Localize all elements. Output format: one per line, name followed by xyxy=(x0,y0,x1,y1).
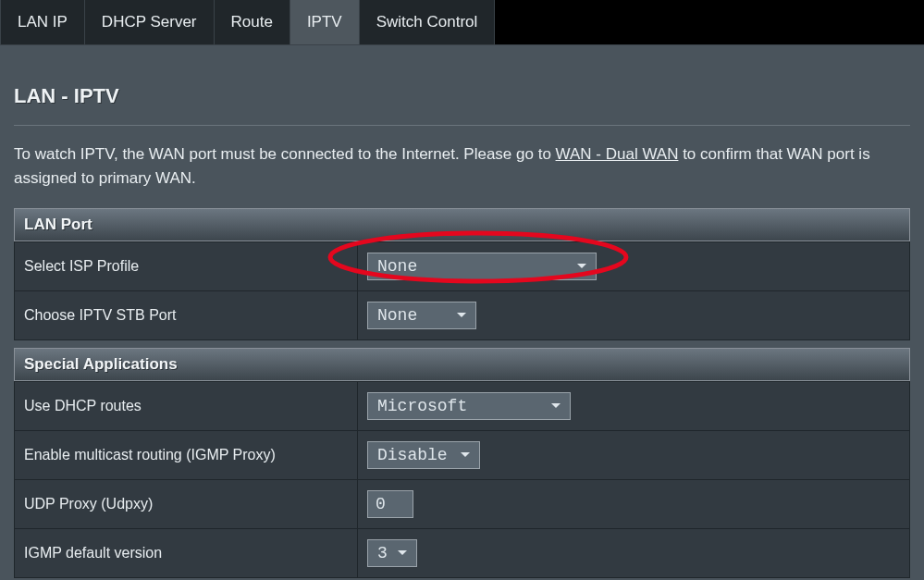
udpxy-input[interactable]: 0 xyxy=(367,490,413,518)
lan-port-table: Select ISP Profile None Choose IPTV STB … xyxy=(14,241,910,340)
isp-profile-label: Select ISP Profile xyxy=(15,241,358,290)
group-header-special-apps: Special Applications xyxy=(14,348,910,381)
stb-port-label: Choose IPTV STB Port xyxy=(15,290,358,339)
row-stb-port: Choose IPTV STB Port None xyxy=(15,290,910,339)
row-udpxy: UDP Proxy (Udpxy) 0 xyxy=(15,479,910,528)
tab-route[interactable]: Route xyxy=(215,0,290,44)
stb-port-select[interactable]: None xyxy=(367,302,476,329)
udpxy-label: UDP Proxy (Udpxy) xyxy=(15,479,358,528)
stb-port-value: None xyxy=(377,306,417,325)
tab-lan-ip[interactable]: LAN IP xyxy=(0,0,85,44)
wan-dual-wan-link[interactable]: WAN - Dual WAN xyxy=(556,145,679,163)
igmp-version-label: IGMP default version xyxy=(15,528,358,577)
chevron-down-icon xyxy=(457,313,466,317)
chevron-down-icon xyxy=(461,452,470,457)
row-igmp-version: IGMP default version 3 xyxy=(15,528,910,577)
dhcp-routes-value: Microsoft xyxy=(377,397,467,415)
igmp-version-value: 3 xyxy=(377,544,388,562)
isp-profile-select[interactable]: None xyxy=(367,253,597,280)
group-header-lan-port: LAN Port xyxy=(14,208,910,241)
isp-profile-value: None xyxy=(377,257,417,276)
igmp-version-select[interactable]: 3 xyxy=(367,539,417,567)
dhcp-routes-select[interactable]: Microsoft xyxy=(367,392,571,420)
row-isp-profile: Select ISP Profile None xyxy=(15,241,910,290)
row-mcast: Enable multicast routing (IGMP Proxy) Di… xyxy=(15,430,910,479)
chevron-down-icon xyxy=(577,264,586,268)
dhcp-routes-label: Use DHCP routes xyxy=(15,381,358,430)
tab-dhcp-server[interactable]: DHCP Server xyxy=(85,0,215,44)
chevron-down-icon xyxy=(398,550,407,555)
tab-switch-control[interactable]: Switch Control xyxy=(360,0,496,44)
row-dhcp-routes: Use DHCP routes Microsoft xyxy=(15,381,910,430)
page-title: LAN - IPTV xyxy=(14,84,910,108)
page-body: LAN - IPTV To watch IPTV, the WAN port m… xyxy=(0,45,924,580)
intro-text: To watch IPTV, the WAN port must be conn… xyxy=(14,142,910,191)
chevron-down-icon xyxy=(551,403,561,408)
top-tabbar: LAN IP DHCP Server Route IPTV Switch Con… xyxy=(0,0,924,45)
stb-port-cell: None xyxy=(358,290,910,339)
title-separator xyxy=(14,125,910,126)
special-apps-table: Use DHCP routes Microsoft Enable multica… xyxy=(14,381,910,578)
mcast-label: Enable multicast routing (IGMP Proxy) xyxy=(15,430,358,479)
tab-iptv[interactable]: IPTV xyxy=(290,0,360,44)
mcast-select[interactable]: Disable xyxy=(367,441,480,469)
isp-profile-cell: None xyxy=(358,241,910,290)
intro-pre: To watch IPTV, the WAN port must be conn… xyxy=(14,145,556,163)
mcast-value: Disable xyxy=(377,446,448,464)
